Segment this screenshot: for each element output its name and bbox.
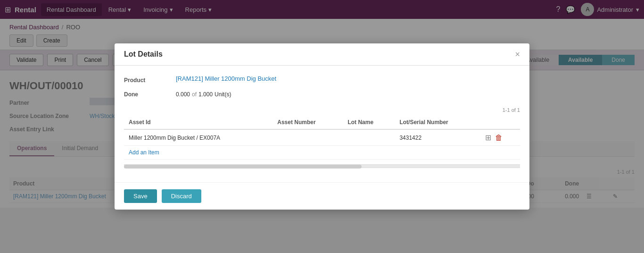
discard-button[interactable]: Discard	[162, 189, 201, 203]
modal-table: Asset Id Asset Number Lot Name Lot/Seria…	[124, 116, 520, 160]
add-item-link[interactable]: Add an Item	[129, 149, 159, 156]
cell-asset-id: Miller 1200mm Dig Bucket / EX007A	[124, 129, 272, 146]
done-num: 0.000	[176, 91, 190, 98]
done-label: Done	[124, 89, 171, 100]
modal-fields: Product [RAM121] Miller 1200mm Dig Bucke…	[124, 75, 520, 100]
product-label: Product	[124, 75, 171, 85]
modal-header: Lot Details ×	[115, 43, 529, 66]
done-unit: Unit(s)	[215, 91, 231, 98]
modal-col-lot-name: Lot Name	[343, 116, 395, 129]
add-row-icon[interactable]: ⊞	[485, 133, 491, 142]
lot-details-modal: Lot Details × Product [RAM121] Miller 12…	[115, 43, 529, 208]
modal-pagination: 1-1 of 1	[124, 107, 520, 113]
modal-col-asset-number: Asset Number	[272, 116, 343, 129]
modal-body: Product [RAM121] Miller 1200mm Dig Bucke…	[115, 66, 529, 182]
modal-col-lot-serial: Lot/Serial Number	[395, 116, 480, 129]
close-icon[interactable]: ×	[515, 50, 520, 59]
scrollbar-thumb	[124, 165, 362, 169]
product-value[interactable]: [RAM121] Miller 1200mm Dig Bucket	[176, 75, 520, 85]
delete-row-icon[interactable]: 🗑	[495, 134, 503, 142]
row-actions: ⊞ 🗑	[485, 133, 515, 142]
modal-scrollbar[interactable]	[124, 164, 520, 168]
modal-title: Lot Details	[124, 50, 163, 59]
done-total: 1.000	[198, 91, 213, 98]
modal-col-actions	[480, 116, 520, 129]
done-value-row: 0.000 of 1.000 Unit(s)	[176, 89, 520, 100]
modal-table-row: Miller 1200mm Dig Bucket / EX007A 343142…	[124, 129, 520, 146]
of-text: of	[192, 91, 197, 98]
modal-overlay: Lot Details × Product [RAM121] Miller 12…	[0, 0, 644, 208]
save-button[interactable]: Save	[124, 189, 157, 203]
cell-row-actions: ⊞ 🗑	[480, 129, 520, 146]
cell-lot-name	[343, 129, 395, 146]
cell-asset-number	[272, 129, 343, 146]
modal-footer: Save Discard	[115, 182, 529, 208]
modal-col-asset-id: Asset Id	[124, 116, 272, 129]
modal-add-item-row: Add an Item	[124, 146, 520, 160]
cell-lot-serial: 3431422	[395, 129, 480, 146]
